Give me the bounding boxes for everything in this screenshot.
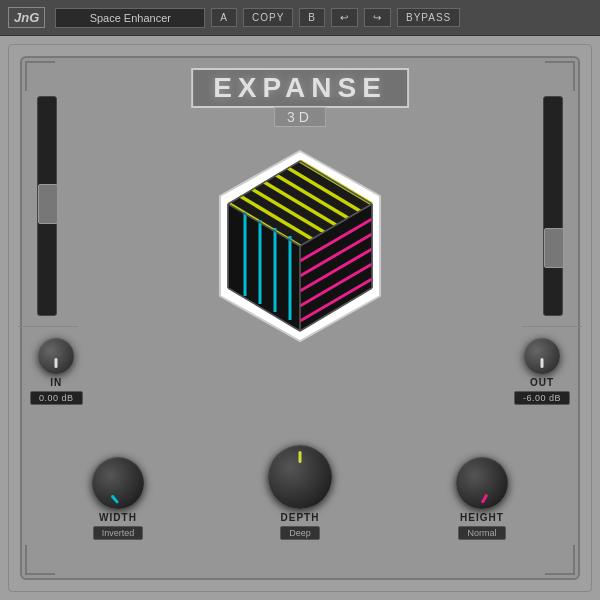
out-group: OUT -6.00 dB [514,338,570,405]
cube-visualization [190,136,410,356]
width-knob[interactable] [92,457,144,509]
out-knob-indicator [540,358,543,368]
top-bar: JnG Space Enhancer A COPY B ↩ ↪ BYPASS [0,0,600,36]
depth-knob[interactable] [268,445,332,509]
logo: JnG [8,7,45,28]
width-mode[interactable]: Inverted [93,526,144,540]
slider-thumb-left[interactable] [38,184,58,224]
in-group: IN 0.00 dB [30,338,83,405]
plugin-title: EXPANSE [191,68,409,108]
in-knob[interactable] [38,338,74,374]
height-knob[interactable] [456,457,508,509]
width-label: WIDTH [99,512,137,523]
knobs-area: WIDTH Inverted DEPTH Deep HEIGHT Normal [0,445,600,540]
deco-corner-bl [25,545,55,575]
bypass-button[interactable]: BYPASS [397,8,460,27]
slider-thumb-right[interactable] [544,228,564,268]
height-label: HEIGHT [460,512,504,523]
undo-button[interactable]: ↩ [331,8,358,27]
height-group: HEIGHT Normal [456,457,508,540]
deco-corner-tl [25,61,55,91]
preset-name[interactable]: Space Enhancer [55,8,205,28]
slider-track-right [543,96,563,316]
panel-line-left [18,326,78,327]
copy-button[interactable]: COPY [243,8,293,27]
slider-track-left [37,96,57,316]
deco-corner-br [545,545,575,575]
height-knob-indicator [481,494,489,504]
in-knob-indicator [55,358,58,368]
out-value: -6.00 dB [514,391,570,405]
redo-button[interactable]: ↪ [364,8,391,27]
depth-label: DEPTH [281,512,320,523]
depth-knob-indicator [299,451,302,463]
input-slider[interactable] [35,96,59,316]
depth-group: DEPTH Deep [268,445,332,540]
height-mode[interactable]: Normal [458,526,505,540]
title-area: EXPANSE 3D [191,68,409,127]
main-panel: EXPANSE 3D IN 0.00 dB OUT -6.00 dB [0,36,600,600]
deco-corner-tr [545,61,575,91]
out-label: OUT [530,377,554,388]
panel-line-right [522,326,582,327]
width-knob-indicator [110,494,119,504]
preset-b-button[interactable]: B [299,8,325,27]
preset-a-button[interactable]: A [211,8,237,27]
in-label: IN [50,377,62,388]
cube-svg [190,136,410,356]
out-knob[interactable] [524,338,560,374]
depth-mode[interactable]: Deep [280,526,320,540]
output-slider[interactable] [541,96,565,316]
width-group: WIDTH Inverted [92,457,144,540]
plugin-subtitle: 3D [274,107,326,127]
in-value: 0.00 dB [30,391,83,405]
